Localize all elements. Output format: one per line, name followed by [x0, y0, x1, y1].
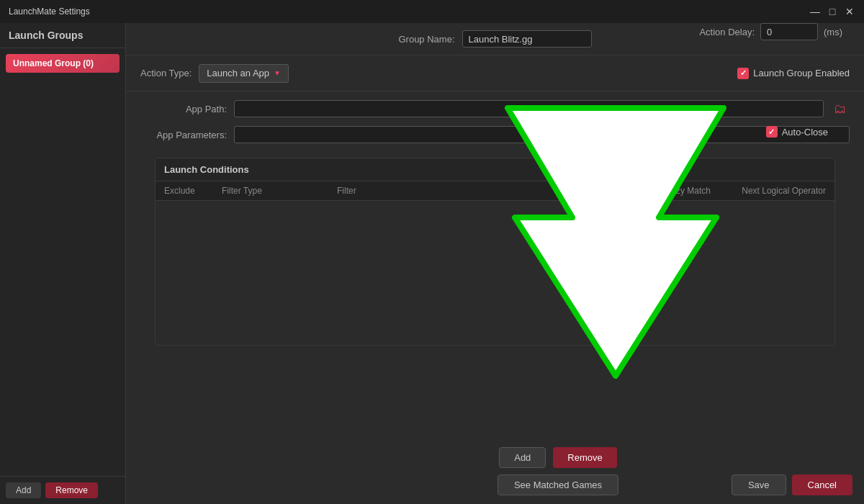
action-delay-label: Action Delay: — [699, 27, 755, 37]
sidebar-remove-button[interactable]: Remove — [45, 482, 98, 498]
app-path-row: App Path: 🗂 Action Delay: (ms) — [140, 100, 850, 117]
col-fuzzy-match: Fuzzy Match — [631, 186, 711, 196]
auto-close-checkbox[interactable]: Auto-Close — [766, 126, 828, 138]
launch-conditions-columns: Exclude Filter Type Filter Fuzzy Match N… — [156, 181, 834, 201]
cancel-button[interactable]: Cancel — [792, 474, 852, 495]
action-type-right: Launch Group Enabled — [737, 68, 850, 79]
action-type-label: Action Type: — [140, 68, 192, 78]
app-path-label: App Path: — [140, 104, 227, 114]
col-filter: Filter — [337, 186, 631, 196]
conditions-buttons: Add Remove — [252, 447, 864, 468]
action-type-row: Action Type: Launch an App ▼ Launch Grou… — [126, 55, 864, 91]
main-layout: Launch Groups Unnamed Group (0) Add Remo… — [0, 23, 864, 504]
chevron-down-icon: ▼ — [274, 69, 281, 77]
action-delay-row: Action Delay: (ms) — [699, 23, 842, 40]
action-delay-unit: (ms) — [824, 27, 842, 37]
app-params-input[interactable] — [234, 126, 850, 143]
sidebar-footer: Add Remove — [0, 476, 125, 504]
app-path-input[interactable] — [234, 100, 824, 117]
auto-close-label: Auto-Close — [782, 127, 828, 138]
folder-icon[interactable]: 🗂 — [831, 102, 850, 117]
col-exclude: Exclude — [164, 186, 222, 196]
launch-group-enabled-label: Launch Group Enabled — [753, 68, 850, 78]
col-next-logical-operator: Next Logical Operator — [711, 186, 826, 196]
window-controls: — □ ✕ — [809, 6, 855, 17]
minimize-button[interactable]: — — [809, 6, 821, 17]
sidebar-header: Launch Groups — [0, 23, 125, 48]
launch-conditions-table: Launch Conditions Exclude Filter Type Fi… — [155, 158, 835, 346]
action-type-dropdown[interactable]: Launch an App ▼ — [199, 64, 289, 83]
see-matched-games-button[interactable]: See Matched Games — [498, 474, 618, 495]
auto-close-checkbox-icon — [766, 126, 778, 138]
action-type-left: Action Type: Launch an App ▼ — [140, 64, 289, 83]
maximize-button[interactable]: □ — [827, 6, 838, 17]
conditions-remove-button[interactable]: Remove — [553, 447, 616, 468]
auto-close-row: Auto-Close — [766, 126, 828, 138]
col-filter-type: Filter Type — [222, 186, 337, 196]
app-params-label: App Parameters: — [140, 130, 227, 140]
close-button[interactable]: ✕ — [844, 6, 855, 17]
group-name-label: Group Name: — [398, 34, 454, 45]
footer-buttons: Save Cancel — [732, 474, 852, 495]
app-params-row: App Parameters: Auto-Close — [140, 126, 850, 143]
conditions-add-button[interactable]: Add — [499, 447, 546, 468]
launch-group-enabled-checkbox[interactable]: Launch Group Enabled — [737, 68, 850, 79]
app-title: LaunchMate Settings — [9, 6, 90, 17]
sidebar-item-group-0[interactable]: Unnamed Group (0) — [6, 54, 120, 73]
group-name-input[interactable] — [462, 30, 592, 48]
action-delay-input[interactable] — [760, 23, 818, 40]
sidebar-content: Unnamed Group (0) — [0, 48, 125, 476]
launch-conditions-header: Launch Conditions — [156, 158, 834, 181]
launch-conditions-body — [156, 201, 834, 345]
title-bar: LaunchMate Settings — □ ✕ — [0, 0, 864, 23]
save-button[interactable]: Save — [732, 474, 786, 495]
action-type-value: Launch an App — [207, 68, 269, 78]
sidebar: Launch Groups Unnamed Group (0) Add Remo… — [0, 23, 126, 504]
launch-conditions-container: Launch Conditions Exclude Filter Type Fi… — [140, 158, 850, 346]
content-area: Group Name: Action Type: Launch an App ▼… — [126, 23, 864, 504]
form-rows: App Path: 🗂 Action Delay: (ms) App Param… — [126, 91, 864, 152]
sidebar-add-button[interactable]: Add — [6, 482, 41, 498]
checkbox-checked-icon — [737, 68, 749, 79]
